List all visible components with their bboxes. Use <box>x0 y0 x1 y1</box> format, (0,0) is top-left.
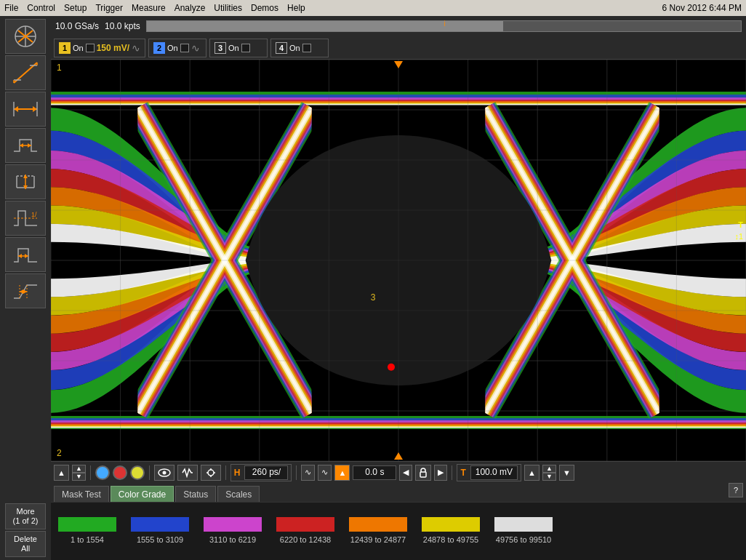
tab-scales[interactable]: Scales <box>217 486 260 502</box>
top-bar: 10.0 GSa/s 10.0 kpts i <box>51 16 746 36</box>
ch1-checkbox[interactable] <box>86 44 95 52</box>
ch3-checkbox[interactable] <box>241 44 250 52</box>
legend-text-2: 1555 to 3109 <box>137 535 183 545</box>
color-blue-btn[interactable] <box>95 465 110 480</box>
scope-label-1: 1 <box>57 63 62 73</box>
channel-2-block[interactable]: 2 On ∿ <box>148 39 206 57</box>
svg-marker-11 <box>14 106 18 112</box>
svg-point-36 <box>162 471 166 474</box>
right-arrow-btn[interactable]: ▶ <box>434 465 447 481</box>
ch1-on: On <box>73 44 84 52</box>
t-scroll-down-btn[interactable]: ▼ <box>542 473 556 481</box>
h-value[interactable]: 260 ps/ <box>244 465 288 480</box>
menu-bar: File Control Setup Trigger Measure Analy… <box>0 0 746 16</box>
legend-item-3: 3110 to 6219 <box>204 517 262 545</box>
left-toolbar: 1/ More (1 of 2) <box>0 16 51 560</box>
channel-3-block[interactable]: 3 On <box>209 39 268 57</box>
legend-item-6: 24878 to 49755 <box>422 517 480 545</box>
menu-trigger[interactable]: Trigger <box>95 3 123 13</box>
channel-4-block[interactable]: 4 On <box>270 39 329 57</box>
ch4-checkbox[interactable] <box>302 44 311 52</box>
menu-analyze[interactable]: Analyze <box>175 3 206 13</box>
scope-canvas <box>51 60 746 461</box>
ch2-wave-icon: ∿ <box>191 42 200 54</box>
svg-marker-23 <box>23 175 28 178</box>
color-legend: 1 to 1554 1555 to 3109 3110 to 6219 6220… <box>51 502 746 560</box>
t-scroll-up-btn[interactable]: ▲ <box>542 465 556 473</box>
menu-file[interactable]: File <box>4 3 18 13</box>
tab-color-grade[interactable]: Color Grade <box>111 486 174 502</box>
svg-marker-33 <box>20 289 23 294</box>
ch2-checkbox[interactable] <box>180 44 189 52</box>
diagonal-line-btn[interactable] <box>5 55 46 90</box>
legend-text-4: 6220 to 12438 <box>280 535 331 545</box>
ch2-number: 2 <box>153 42 165 54</box>
legend-text-1: 1 to 1554 <box>71 535 104 545</box>
ch2-on: On <box>167 44 178 52</box>
legend-color-2 <box>131 517 189 532</box>
cursor-tool-btn[interactable] <box>5 19 46 54</box>
menu-demos[interactable]: Demos <box>251 3 278 13</box>
pts-count: 10.0 kpts <box>105 21 140 31</box>
trigger-down-btn[interactable]: ▼ <box>559 465 574 481</box>
menu-measure[interactable]: Measure <box>132 3 166 13</box>
pulse-width-btn[interactable] <box>5 237 46 272</box>
svg-marker-12 <box>33 106 37 112</box>
legend-item-1: 1 to 1554 <box>58 517 116 545</box>
legend-text-5: 12439 to 24877 <box>350 535 406 545</box>
scroll-up-btn[interactable]: ▲ <box>72 465 86 473</box>
legend-color-1 <box>58 517 116 532</box>
svg-text:1/: 1/ <box>31 211 37 218</box>
time-marker-bottom <box>394 452 403 460</box>
up-arrow-btn[interactable]: ▲ <box>334 465 350 481</box>
svg-rect-42 <box>420 472 426 477</box>
scope-label-3: 3 <box>371 292 376 303</box>
menu-setup[interactable]: Setup <box>64 3 87 13</box>
brightness-btn[interactable] <box>201 465 221 481</box>
wave-left-btn[interactable]: ∿ <box>301 465 315 481</box>
legend-color-7 <box>494 517 553 532</box>
menu-help[interactable]: Help <box>287 3 305 13</box>
t-value[interactable]: 100.0 mV <box>470 465 518 480</box>
help-button[interactable]: ? <box>729 483 743 497</box>
acquisition-progress: i <box>146 20 742 32</box>
legend-color-3 <box>204 517 262 532</box>
menu-utilities[interactable]: Utilities <box>214 3 242 13</box>
delete-all-button[interactable]: Delete All <box>5 531 46 557</box>
waveform-btn[interactable] <box>177 465 198 481</box>
voltage-measure-btn[interactable]: 1/ <box>5 201 46 236</box>
channel-1-block[interactable]: 1 On 150 mV/ ∿ <box>54 39 145 57</box>
left-arrow-btn[interactable]: ◀ <box>399 465 412 481</box>
wave-right-btn[interactable]: ∿ <box>318 465 332 481</box>
edge-measure-btn[interactable] <box>5 164 46 199</box>
horizontal-section: H 260 ps/ <box>230 464 292 481</box>
bottom-controls: ▲ ▲ ▼ H 2 <box>51 461 746 483</box>
vert-up-btn[interactable]: ▲ <box>54 465 69 481</box>
scope-label-2: 2 <box>57 448 62 458</box>
menu-control[interactable]: Control <box>27 3 55 13</box>
legend-item-7: 49756 to 99510 <box>494 517 553 545</box>
scroll-down-btn[interactable]: ▼ <box>72 473 86 481</box>
right-area: 10.0 GSa/s 10.0 kpts i 1 On 150 mV/ ∿ 2 … <box>51 16 746 560</box>
more-button[interactable]: More (1 of 2) <box>5 503 46 529</box>
sample-rate: 10.0 GSa/s <box>55 21 99 31</box>
ch3-on: On <box>228 44 239 52</box>
eye-btn[interactable] <box>154 465 175 481</box>
legend-text-6: 24878 to 49755 <box>423 535 478 545</box>
trigger-marker-t: T <box>738 220 743 229</box>
trigger-section: T 100.0 mV <box>457 464 521 481</box>
rise-time-btn[interactable] <box>5 273 46 308</box>
horizontal-measure-btn[interactable] <box>5 92 46 127</box>
time-value[interactable]: 0.0 s <box>353 465 396 480</box>
legend-item-4: 6220 to 12438 <box>276 517 334 545</box>
pulse-measure-btn[interactable] <box>5 128 46 163</box>
tab-mask-test[interactable]: Mask Test <box>54 486 109 502</box>
svg-marker-34 <box>23 289 27 294</box>
color-red-btn[interactable] <box>113 465 127 480</box>
trigger-up-btn[interactable]: ▲ <box>524 465 540 481</box>
color-yellow-btn[interactable] <box>130 465 145 480</box>
ch1-wave-icon: ∿ <box>132 42 140 54</box>
lock-btn[interactable] <box>415 465 431 481</box>
tab-status[interactable]: Status <box>175 486 216 502</box>
svg-point-37 <box>208 470 214 476</box>
